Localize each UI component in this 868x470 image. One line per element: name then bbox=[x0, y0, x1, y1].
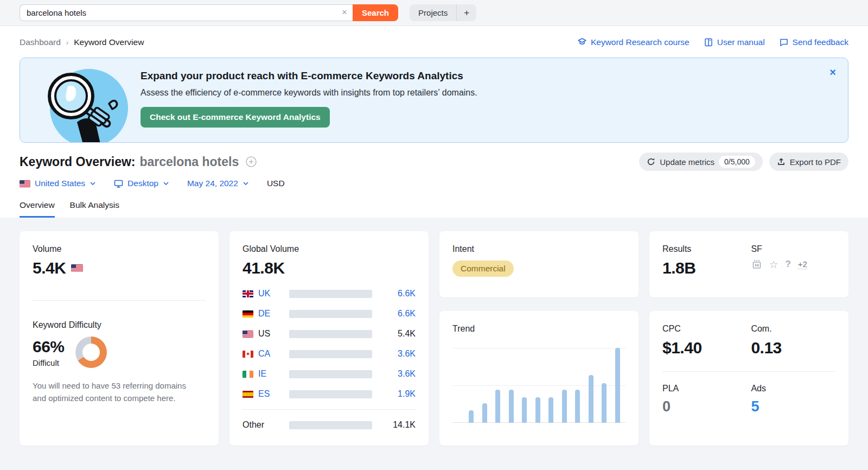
button-label: Update metrics bbox=[660, 157, 714, 167]
es-flag-icon bbox=[242, 391, 253, 398]
add-project-button[interactable]: + bbox=[457, 4, 476, 21]
chevron-down-icon bbox=[163, 182, 169, 185]
projects-button[interactable]: Projects bbox=[410, 4, 456, 21]
export-pdf-button[interactable]: Export to PDF bbox=[769, 153, 848, 171]
breadcrumb-current: Keyword Overview bbox=[74, 37, 144, 47]
trend-card: Trend bbox=[439, 311, 639, 446]
volume-value[interactable]: 3.6K bbox=[372, 349, 416, 359]
graduation-cap-icon bbox=[577, 37, 587, 47]
volume-bar bbox=[289, 370, 372, 378]
sf-more-link[interactable]: +2 bbox=[798, 259, 807, 269]
trend-bar bbox=[469, 410, 474, 423]
search-button[interactable]: Search bbox=[353, 4, 398, 21]
book-icon bbox=[704, 37, 713, 47]
tabs: OverviewBulk Analysis bbox=[20, 200, 848, 218]
chevron-down-icon bbox=[90, 182, 95, 185]
results-card: Results 1.8B SF ☆ ? +2 bbox=[649, 231, 848, 297]
chevron-down-icon bbox=[243, 182, 248, 185]
country-filter[interactable]: United States bbox=[20, 179, 95, 188]
volume-label: Volume bbox=[33, 244, 206, 254]
top-search-bar: × Search Projects + bbox=[0, 0, 868, 26]
trend-bar bbox=[522, 397, 527, 423]
us-flag-icon bbox=[20, 180, 30, 187]
keyword-difficulty-note: You will need to have 53 referring domai… bbox=[33, 380, 195, 404]
volume-value: 5.4K bbox=[33, 259, 66, 277]
trend-bar bbox=[615, 348, 620, 423]
competition-value: 0.13 bbox=[751, 339, 835, 357]
country-link[interactable]: CA bbox=[258, 349, 270, 359]
magnifier-illustration bbox=[32, 65, 141, 143]
trend-bar bbox=[602, 383, 607, 423]
trend-label: Trend bbox=[452, 324, 626, 334]
projects-control: Projects + bbox=[410, 4, 476, 21]
global-volume-label: Global Volume bbox=[242, 244, 416, 254]
breadcrumb: Dashboard › Keyword Overview bbox=[20, 37, 144, 47]
trend-bar bbox=[562, 390, 567, 423]
cpc-value: $1.40 bbox=[662, 339, 751, 357]
trend-bar bbox=[495, 390, 500, 423]
page-title-keyword: barcelona hotels bbox=[139, 155, 239, 169]
trend-bar bbox=[535, 397, 540, 423]
serp-features-label: SF bbox=[751, 244, 835, 254]
volume-bar bbox=[289, 290, 372, 298]
filter-label: May 24, 2022 bbox=[187, 179, 238, 188]
currency-label: USD bbox=[267, 179, 285, 188]
keyword-research-course-link[interactable]: Keyword Research course bbox=[577, 37, 690, 47]
global-volume-value: 41.8K bbox=[242, 259, 416, 277]
intent-badge[interactable]: Commercial bbox=[452, 261, 514, 277]
user-manual-link[interactable]: User manual bbox=[704, 37, 765, 47]
pla-value: 0 bbox=[662, 398, 751, 415]
pla-label: PLA bbox=[662, 384, 751, 393]
volume-bar bbox=[289, 350, 372, 358]
volume-value[interactable]: 3.6K bbox=[372, 369, 416, 379]
clear-search-icon[interactable]: × bbox=[342, 7, 347, 18]
global-volume-row-de: DE6.6K bbox=[242, 307, 416, 320]
keyword-difficulty-caption: Difficult bbox=[33, 358, 65, 367]
country-link[interactable]: ES bbox=[258, 389, 270, 399]
filter-label: Desktop bbox=[127, 179, 158, 188]
link-label: Send feedback bbox=[793, 37, 848, 47]
device-filter[interactable]: Desktop bbox=[114, 179, 169, 188]
date-filter[interactable]: May 24, 2022 bbox=[187, 179, 248, 188]
volume-value[interactable]: 6.6K bbox=[372, 289, 416, 298]
intent-card: Intent Commercial bbox=[439, 231, 639, 297]
breadcrumb-separator-icon: › bbox=[66, 39, 68, 47]
tab-bulk-analysis[interactable]: Bulk Analysis bbox=[70, 200, 119, 218]
link-label: Keyword Research course bbox=[591, 37, 690, 47]
global-volume-row-us: US5.4K bbox=[242, 327, 416, 340]
divider bbox=[242, 409, 416, 410]
ecommerce-promo-banner: Expand your product reach with E-commerc… bbox=[20, 58, 848, 143]
volume-bar bbox=[289, 310, 372, 318]
volume-bar bbox=[289, 421, 372, 429]
global-volume-row-uk: UK6.6K bbox=[242, 287, 416, 300]
update-metrics-button[interactable]: Update metrics 0/5,000 bbox=[639, 153, 763, 171]
refresh-icon bbox=[647, 157, 655, 166]
country-link[interactable]: UK bbox=[258, 289, 270, 298]
volume-value[interactable]: 1.9K bbox=[372, 389, 416, 399]
country-label: Other bbox=[242, 420, 264, 430]
trend-bar bbox=[548, 397, 553, 423]
volume-value[interactable]: 6.6K bbox=[372, 309, 416, 319]
ads-value[interactable]: 5 bbox=[751, 398, 835, 415]
volume-value: 14.1K bbox=[372, 420, 416, 430]
us-flag-icon bbox=[71, 264, 83, 272]
country-link[interactable]: IE bbox=[258, 369, 266, 379]
country-link[interactable]: DE bbox=[258, 309, 270, 319]
banner-cta-button[interactable]: Check out E-commerce Keyword Analytics bbox=[141, 107, 330, 128]
results-value: 1.8B bbox=[662, 259, 751, 277]
trend-bar bbox=[589, 375, 593, 423]
link-label: User manual bbox=[717, 37, 765, 47]
trend-bar bbox=[482, 403, 487, 423]
page-title: Keyword Overview: bbox=[20, 155, 135, 169]
global-volume-row-other: Other 14.1K bbox=[242, 418, 416, 431]
trend-bar bbox=[509, 390, 514, 423]
uk-flag-icon bbox=[242, 290, 253, 297]
tab-overview[interactable]: Overview bbox=[20, 200, 55, 218]
add-keyword-icon[interactable] bbox=[245, 156, 257, 168]
search-input[interactable] bbox=[20, 4, 353, 21]
ads-label: Ads bbox=[751, 384, 835, 393]
banner-close-icon[interactable]: × bbox=[829, 67, 836, 78]
breadcrumb-dashboard[interactable]: Dashboard bbox=[20, 37, 61, 47]
button-label: Export to PDF bbox=[790, 157, 841, 167]
send-feedback-link[interactable]: Send feedback bbox=[779, 37, 848, 47]
